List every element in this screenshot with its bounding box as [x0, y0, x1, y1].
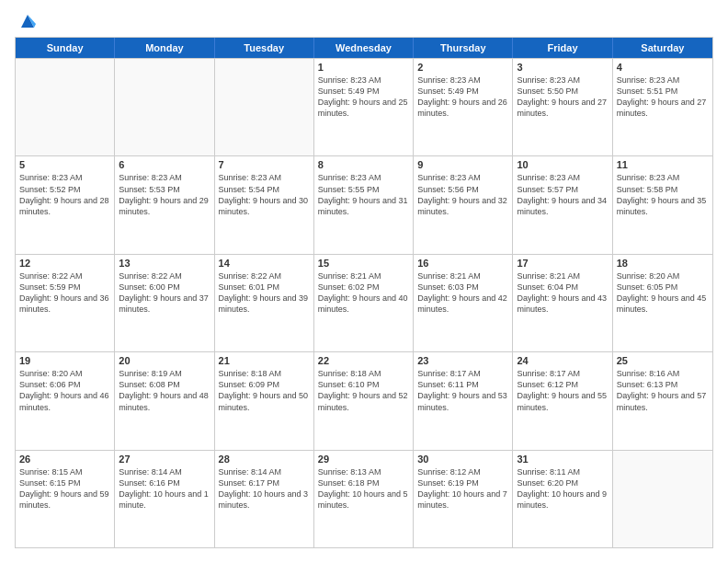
day-info: Sunrise: 8:18 AM Sunset: 6:10 PM Dayligh… [318, 368, 409, 413]
calendar-cell: 6Sunrise: 8:23 AM Sunset: 5:53 PM Daylig… [115, 156, 214, 253]
weekday-header: Saturday [613, 38, 712, 58]
day-number: 15 [318, 258, 409, 269]
day-number: 25 [617, 355, 709, 366]
day-number: 31 [517, 454, 608, 465]
day-number: 9 [417, 159, 508, 170]
calendar-row: 12Sunrise: 8:22 AM Sunset: 5:59 PM Dayli… [16, 254, 712, 351]
calendar-cell: 17Sunrise: 8:21 AM Sunset: 6:04 PM Dayli… [513, 255, 612, 351]
calendar-cell: 14Sunrise: 8:22 AM Sunset: 6:01 PM Dayli… [215, 255, 314, 351]
calendar-cell [613, 451, 712, 547]
day-info: Sunrise: 8:14 AM Sunset: 6:16 PM Dayligh… [119, 466, 210, 511]
calendar-row: 19Sunrise: 8:20 AM Sunset: 6:06 PM Dayli… [16, 351, 712, 449]
calendar-cell: 12Sunrise: 8:22 AM Sunset: 5:59 PM Dayli… [16, 255, 115, 351]
calendar-cell: 26Sunrise: 8:15 AM Sunset: 6:15 PM Dayli… [16, 451, 115, 547]
calendar-cell [16, 59, 115, 155]
logo [15, 15, 38, 28]
day-number: 23 [417, 355, 508, 366]
calendar-cell: 28Sunrise: 8:14 AM Sunset: 6:17 PM Dayli… [215, 451, 314, 547]
header [15, 15, 713, 28]
day-info: Sunrise: 8:14 AM Sunset: 6:17 PM Dayligh… [219, 466, 310, 511]
day-number: 17 [517, 258, 608, 269]
weekday-header: Tuesday [215, 38, 314, 58]
day-number: 16 [417, 258, 508, 269]
day-number: 1 [318, 62, 409, 73]
calendar-cell [115, 59, 214, 155]
weekday-header: Monday [115, 38, 214, 58]
weekday-header: Thursday [414, 38, 513, 58]
day-info: Sunrise: 8:21 AM Sunset: 6:02 PM Dayligh… [318, 270, 409, 316]
calendar-cell [215, 59, 314, 155]
day-number: 13 [119, 258, 210, 269]
day-info: Sunrise: 8:19 AM Sunset: 6:08 PM Dayligh… [119, 368, 210, 413]
calendar-row: 1Sunrise: 8:23 AM Sunset: 5:49 PM Daylig… [16, 58, 712, 155]
calendar-cell: 4Sunrise: 8:23 AM Sunset: 5:51 PM Daylig… [613, 59, 712, 155]
day-number: 18 [617, 258, 709, 269]
calendar-cell: 25Sunrise: 8:16 AM Sunset: 6:13 PM Dayli… [613, 352, 712, 449]
day-info: Sunrise: 8:21 AM Sunset: 6:04 PM Dayligh… [517, 270, 608, 316]
calendar-cell: 24Sunrise: 8:17 AM Sunset: 6:12 PM Dayli… [513, 352, 612, 449]
day-info: Sunrise: 8:23 AM Sunset: 5:49 PM Dayligh… [318, 75, 409, 120]
day-info: Sunrise: 8:23 AM Sunset: 5:57 PM Dayligh… [517, 172, 608, 217]
calendar-cell: 22Sunrise: 8:18 AM Sunset: 6:10 PM Dayli… [314, 352, 414, 449]
calendar-cell: 5Sunrise: 8:23 AM Sunset: 5:52 PM Daylig… [16, 156, 115, 253]
day-number: 11 [617, 159, 709, 170]
calendar-cell: 20Sunrise: 8:19 AM Sunset: 6:08 PM Dayli… [115, 352, 214, 449]
day-number: 12 [19, 258, 110, 269]
day-info: Sunrise: 8:23 AM Sunset: 5:54 PM Dayligh… [219, 172, 310, 217]
day-info: Sunrise: 8:20 AM Sunset: 6:05 PM Dayligh… [617, 270, 709, 316]
day-info: Sunrise: 8:17 AM Sunset: 6:11 PM Dayligh… [417, 368, 508, 413]
day-number: 2 [417, 62, 508, 73]
day-info: Sunrise: 8:22 AM Sunset: 5:59 PM Dayligh… [19, 270, 110, 316]
calendar-cell: 13Sunrise: 8:22 AM Sunset: 6:00 PM Dayli… [115, 255, 214, 351]
calendar-cell: 16Sunrise: 8:21 AM Sunset: 6:03 PM Dayli… [414, 255, 513, 351]
page: SundayMondayTuesdayWednesdayThursdayFrid… [0, 0, 728, 563]
day-number: 20 [119, 355, 210, 366]
calendar-cell: 18Sunrise: 8:20 AM Sunset: 6:05 PM Dayli… [613, 255, 712, 351]
day-number: 24 [517, 355, 608, 366]
day-info: Sunrise: 8:18 AM Sunset: 6:09 PM Dayligh… [219, 368, 310, 413]
calendar-cell: 29Sunrise: 8:13 AM Sunset: 6:18 PM Dayli… [314, 451, 414, 547]
day-number: 19 [19, 355, 110, 366]
weekday-header: Sunday [16, 38, 115, 58]
calendar-cell: 31Sunrise: 8:11 AM Sunset: 6:20 PM Dayli… [513, 451, 612, 547]
day-number: 4 [617, 62, 709, 73]
day-number: 27 [119, 454, 210, 465]
calendar-cell: 2Sunrise: 8:23 AM Sunset: 5:49 PM Daylig… [414, 59, 513, 155]
calendar: SundayMondayTuesdayWednesdayThursdayFrid… [15, 37, 713, 548]
day-info: Sunrise: 8:23 AM Sunset: 5:50 PM Dayligh… [517, 75, 608, 120]
calendar-cell: 11Sunrise: 8:23 AM Sunset: 5:58 PM Dayli… [613, 156, 712, 253]
day-info: Sunrise: 8:17 AM Sunset: 6:12 PM Dayligh… [517, 368, 608, 413]
day-info: Sunrise: 8:23 AM Sunset: 5:51 PM Dayligh… [617, 75, 709, 120]
day-number: 29 [318, 454, 409, 465]
day-info: Sunrise: 8:22 AM Sunset: 6:01 PM Dayligh… [219, 270, 310, 316]
calendar-cell: 15Sunrise: 8:21 AM Sunset: 6:02 PM Dayli… [314, 255, 414, 351]
day-info: Sunrise: 8:22 AM Sunset: 6:00 PM Dayligh… [119, 270, 210, 316]
calendar-cell: 19Sunrise: 8:20 AM Sunset: 6:06 PM Dayli… [16, 352, 115, 449]
day-info: Sunrise: 8:23 AM Sunset: 5:52 PM Dayligh… [19, 172, 110, 217]
logo-icon [17, 11, 38, 31]
calendar-cell: 30Sunrise: 8:12 AM Sunset: 6:19 PM Dayli… [414, 451, 513, 547]
day-number: 7 [219, 159, 310, 170]
calendar-body: 1Sunrise: 8:23 AM Sunset: 5:49 PM Daylig… [16, 58, 712, 547]
day-info: Sunrise: 8:21 AM Sunset: 6:03 PM Dayligh… [417, 270, 508, 316]
calendar-header: SundayMondayTuesdayWednesdayThursdayFrid… [16, 38, 712, 58]
day-number: 10 [517, 159, 608, 170]
calendar-cell: 23Sunrise: 8:17 AM Sunset: 6:11 PM Dayli… [414, 352, 513, 449]
day-number: 22 [318, 355, 409, 366]
calendar-cell: 1Sunrise: 8:23 AM Sunset: 5:49 PM Daylig… [314, 59, 414, 155]
day-info: Sunrise: 8:20 AM Sunset: 6:06 PM Dayligh… [19, 368, 110, 413]
day-info: Sunrise: 8:13 AM Sunset: 6:18 PM Dayligh… [318, 466, 409, 511]
day-number: 8 [318, 159, 409, 170]
day-number: 6 [119, 159, 210, 170]
day-info: Sunrise: 8:15 AM Sunset: 6:15 PM Dayligh… [19, 466, 110, 511]
day-info: Sunrise: 8:16 AM Sunset: 6:13 PM Dayligh… [617, 368, 709, 413]
day-info: Sunrise: 8:23 AM Sunset: 5:49 PM Dayligh… [417, 75, 508, 120]
day-number: 28 [219, 454, 310, 465]
day-info: Sunrise: 8:23 AM Sunset: 5:53 PM Dayligh… [119, 172, 210, 217]
day-number: 3 [517, 62, 608, 73]
day-number: 30 [417, 454, 508, 465]
day-number: 5 [19, 159, 110, 170]
day-info: Sunrise: 8:23 AM Sunset: 5:58 PM Dayligh… [617, 172, 709, 217]
day-info: Sunrise: 8:23 AM Sunset: 5:55 PM Dayligh… [318, 172, 409, 217]
day-number: 14 [219, 258, 310, 269]
